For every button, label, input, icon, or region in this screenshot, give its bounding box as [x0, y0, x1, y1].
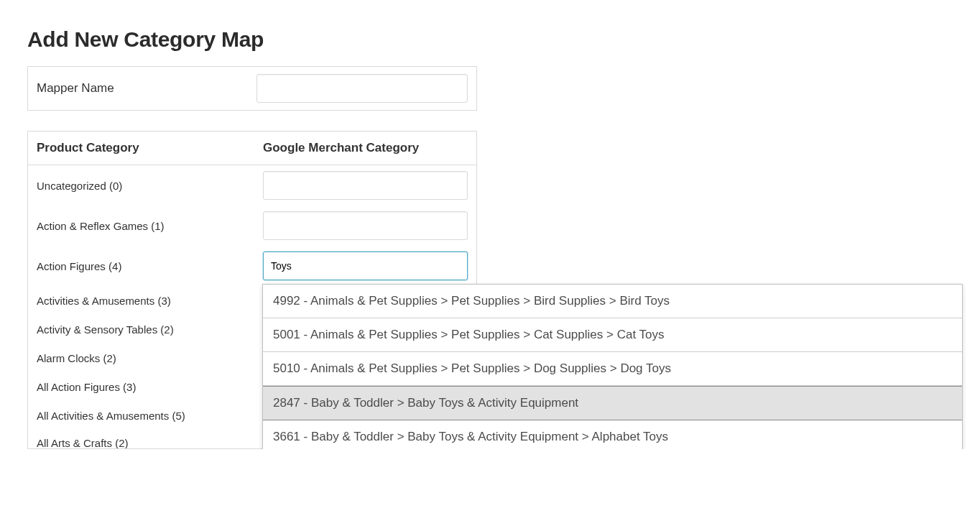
google-merchant-category-input[interactable]	[263, 252, 468, 280]
product-category-label: All Action Figures (3)	[37, 381, 263, 393]
product-category-label: Activities & Amusements (3)	[37, 295, 263, 307]
product-category-label: Alarm Clocks (2)	[37, 352, 263, 364]
category-table-header: Product Category Google Merchant Categor…	[28, 132, 476, 165]
product-category-label: Uncategorized (0)	[37, 180, 263, 192]
google-merchant-category-input[interactable]	[263, 171, 468, 200]
product-category-label: Action & Reflex Games (1)	[37, 220, 263, 232]
google-merchant-category-input[interactable]	[263, 211, 468, 240]
table-row: Action & Reflex Games (1)	[28, 206, 476, 246]
dropdown-item[interactable]: 5010 - Animals & Pet Supplies > Pet Supp…	[263, 352, 962, 386]
table-row: Action Figures (4)	[28, 246, 476, 286]
mapper-name-input[interactable]	[256, 74, 468, 103]
page: Add New Category Map Mapper Name Product…	[0, 0, 980, 449]
header-google-merchant-category: Google Merchant Category	[263, 141, 468, 155]
product-category-label: Activity & Sensory Tables (2)	[37, 323, 263, 336]
mapper-name-label: Mapper Name	[37, 81, 256, 96]
category-suggestion-dropdown[interactable]: 4992 - Animals & Pet Supplies > Pet Supp…	[262, 284, 963, 449]
category-table: Product Category Google Merchant Categor…	[27, 131, 477, 449]
mapper-name-row: Mapper Name	[27, 66, 477, 111]
product-category-label: All Arts & Crafts (2)	[37, 437, 263, 448]
product-category-label: All Activities & Amusements (5)	[37, 410, 263, 422]
table-row: Uncategorized (0)	[28, 165, 476, 206]
dropdown-item[interactable]: 5001 - Animals & Pet Supplies > Pet Supp…	[263, 318, 962, 352]
page-title: Add New Category Map	[27, 27, 953, 52]
dropdown-item[interactable]: 4992 - Animals & Pet Supplies > Pet Supp…	[263, 285, 962, 318]
product-category-label: Action Figures (4)	[37, 260, 263, 272]
header-product-category: Product Category	[37, 141, 263, 155]
dropdown-item[interactable]: 3661 - Baby & Toddler > Baby Toys & Acti…	[263, 420, 962, 449]
dropdown-item[interactable]: 2847 - Baby & Toddler > Baby Toys & Acti…	[263, 386, 962, 420]
